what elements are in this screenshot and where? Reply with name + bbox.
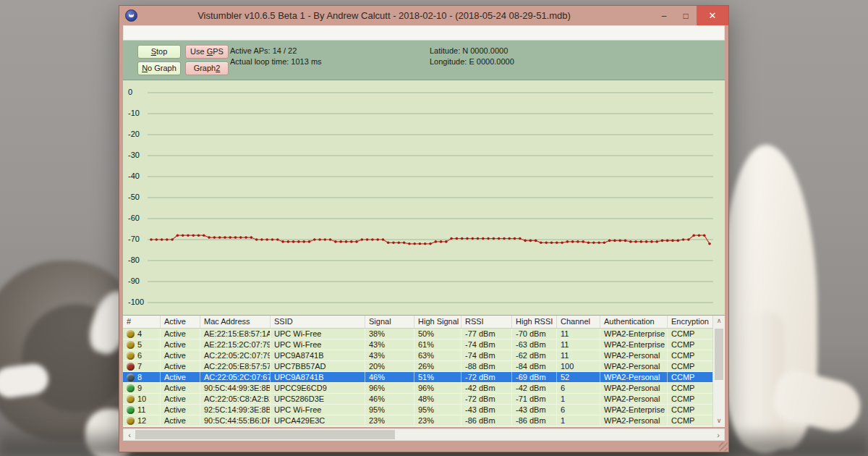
menu-item[interactable] (187, 32, 197, 35)
gps-status: Latitude: N 0000.0000 Longitude: E 0000.… (430, 46, 514, 67)
col-header-high-rssi[interactable]: High RSSI (512, 316, 557, 328)
col-header-high-signal[interactable]: High Signal (414, 316, 461, 328)
table-row[interactable]: 5 Active AE:22:15:2C:07:79 UPC Wi-Free 4… (123, 339, 712, 350)
vertical-scrollbar[interactable]: ∧ ∨ (712, 316, 725, 427)
window-title: Vistumbler v10.6.5 Beta 1 - By Andrew Ca… (123, 10, 645, 21)
menu-item[interactable] (137, 32, 147, 35)
scroll-right-icon[interactable]: › (712, 431, 724, 439)
longitude-label: Longitude: E 0000.0000 (430, 56, 514, 67)
horizontal-scrollbar[interactable]: ‹ › (123, 428, 725, 441)
table-row[interactable]: 10 Active AC:22:05:C8:A2:B2 UPC5286D3E 4… (123, 394, 712, 405)
menu-item[interactable] (127, 32, 137, 35)
col-header-mac[interactable]: Mac Address (200, 316, 271, 328)
table-row[interactable]: 4 Active AE:22:15:E8:57:1A UPC Wi-Free 3… (123, 329, 712, 339)
scan-status: Active APs: 14 / 22 Actual loop time: 10… (230, 46, 322, 67)
y-axis-tick-label: -10 (128, 109, 140, 117)
table-row[interactable]: 11 Active 92:5C:14:99:3E:8B UPC Wi-Free … (123, 405, 712, 415)
ap-status-lock-icon (127, 395, 135, 403)
window-titlebar[interactable]: Vistumbler v10.6.5 Beta 1 - By Andrew Ca… (123, 6, 725, 25)
col-header-active[interactable]: Active (161, 316, 200, 328)
y-axis-tick-label: -40 (128, 172, 140, 180)
no-graph-button[interactable]: No Graph (137, 62, 181, 75)
ap-status-lock-icon (127, 330, 135, 338)
table-header-row: # Active Mac Address SSID Signal High Si… (123, 316, 712, 329)
ap-status-lock-icon (127, 341, 135, 349)
desktop-background: Vistumbler v10.6.5 Beta 1 - By Andrew Ca… (0, 0, 868, 456)
col-header-authentication[interactable]: Authentication (600, 316, 668, 328)
stop-button[interactable]: Stop (137, 45, 181, 59)
y-axis-tick-label: -70 (128, 235, 140, 243)
graph2-button[interactable]: Graph2 (185, 62, 229, 75)
col-header-ssid[interactable]: SSID (271, 316, 365, 328)
window-resize-grip[interactable] (719, 442, 728, 451)
col-header-num[interactable]: # (123, 316, 161, 328)
col-header-rssi[interactable]: RSSI (461, 316, 512, 328)
y-axis-tick-label: -20 (128, 130, 140, 138)
menu-item[interactable] (197, 32, 208, 35)
ap-status-lock-icon (127, 373, 135, 381)
ap-status-lock-icon (127, 417, 135, 425)
latitude-label: Latitude: N 0000.0000 (430, 46, 514, 56)
y-axis-tick-label: -100 (128, 297, 144, 306)
close-button[interactable]: ✕ (697, 6, 728, 25)
col-header-signal[interactable]: Signal (365, 316, 414, 328)
menu-item[interactable] (147, 32, 157, 35)
y-axis-tick-label: -50 (128, 193, 140, 201)
menu-item[interactable] (208, 32, 218, 35)
loop-time-label: Actual loop time: 1013 ms (230, 56, 322, 67)
ap-status-lock-icon (127, 384, 135, 392)
app-window: Vistumbler v10.6.5 Beta 1 - By Andrew Ca… (119, 5, 729, 452)
table-body: 4 Active AE:22:15:E8:57:1A UPC Wi-Free 3… (123, 329, 712, 426)
menu-bar (123, 25, 725, 41)
table-row[interactable]: 12 Active 90:5C:44:55:B6:DF UPCA429E3C 2… (123, 415, 712, 426)
scroll-left-icon[interactable]: ‹ (124, 431, 135, 439)
table-row[interactable]: 7 Active AC:22:05:E8:57:57 UPC7BB57AD 20… (123, 361, 712, 372)
active-aps-label: Active APs: 14 / 22 (230, 46, 322, 56)
minimize-button[interactable]: – (653, 6, 675, 25)
table-row[interactable]: 6 Active AC:22:05:2C:07:79 UPC9A8741B 43… (123, 350, 712, 361)
maximize-button[interactable]: □ (675, 6, 697, 25)
col-header-channel[interactable]: Channel (557, 316, 600, 328)
ap-status-lock-icon (127, 363, 135, 371)
table-row[interactable]: 9 Active 90:5C:44:99:3E:8B UPCC9E6CD9 96… (123, 383, 712, 394)
menu-item[interactable] (167, 32, 177, 35)
horizontal-scroll-thumb[interactable] (135, 430, 395, 439)
toolbar: StopUse GPSNo GraphGraph2 Active APs: 14… (123, 41, 725, 80)
rssi-chart-svg (148, 92, 713, 303)
menu-item[interactable] (218, 32, 228, 35)
col-header-encryption[interactable]: Encryption (668, 316, 712, 328)
y-axis-tick-label: -30 (128, 151, 140, 159)
scroll-up-icon[interactable]: ∧ (713, 316, 725, 327)
ap-status-lock-icon (127, 352, 135, 360)
scroll-down-icon[interactable]: ∨ (713, 415, 725, 427)
ap-status-lock-icon (127, 406, 135, 414)
ap-table: # Active Mac Address SSID Signal High Si… (123, 316, 725, 427)
menu-item[interactable] (157, 32, 167, 35)
y-axis-tick-label: -90 (128, 276, 140, 285)
table-row[interactable]: 8 Active AC:22:05:2C:07:67 UPC9A8741B 46… (123, 372, 712, 383)
use-gps-button[interactable]: Use GPS (185, 45, 229, 59)
y-axis-tick-label: -60 (128, 214, 140, 222)
signal-graph: 0-10-20-30-40-50-60-70-80-90-100 (123, 80, 725, 316)
y-axis-tick-label: -80 (128, 256, 140, 264)
menu-item[interactable] (177, 32, 187, 35)
window-controls: – □ ✕ (653, 6, 728, 25)
y-axis-tick-label: 0 (128, 88, 132, 96)
vertical-scroll-thumb[interactable] (715, 329, 723, 380)
